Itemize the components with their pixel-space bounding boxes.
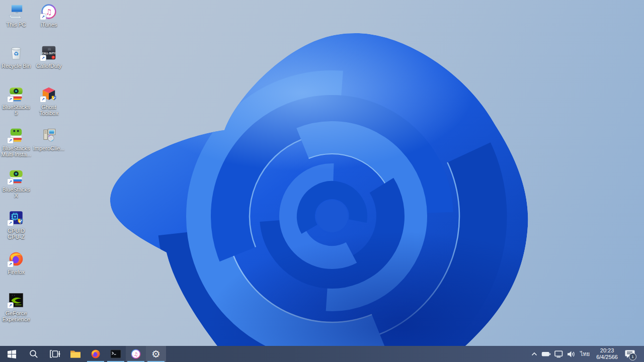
firefox-icon: ↗: [8, 250, 25, 267]
icon-label: CPUID CPU-Z: [0, 228, 32, 240]
bloom-wallpaper-art: [0, 0, 644, 362]
callofduty-icon: CALL·DUTY ↗: [40, 44, 57, 61]
desktop-icon-geforce-experience[interactable]: ↗ GeForceExperience: [0, 292, 32, 322]
icon-label: GhostToolbox: [31, 104, 66, 116]
language-indicator[interactable]: ไทย: [579, 349, 591, 358]
firefox-icon: [90, 348, 101, 359]
hidden-icons-chevron[interactable]: [531, 351, 538, 356]
network-icon[interactable]: [554, 350, 564, 358]
cpu-z-icon: ↗: [8, 209, 25, 226]
shortcut-arrow-icon: ↗: [7, 261, 14, 267]
desktop-icon-bluestacks-5[interactable]: ↗ BlueStacks 5: [0, 85, 32, 116]
volume-icon[interactable]: [567, 350, 576, 358]
desktop-icon-recycle-bin[interactable]: ♻ Recycle Bin: [0, 44, 32, 69]
taskbar-empty-area: [166, 346, 531, 362]
taskbar-file-explorer-button[interactable]: [65, 346, 86, 362]
bluestacks-x-icon: ↗: [8, 168, 25, 185]
desktop: This PC ♫ ↗ iTunes: [0, 0, 644, 362]
clock-date: 6/4/2566: [596, 354, 618, 360]
battery-icon[interactable]: [541, 350, 551, 357]
desktop-icon-bluestacks-x[interactable]: ↗ BlueStacks X: [0, 168, 32, 199]
search-icon: [29, 349, 38, 358]
desktop-icon-this-pc[interactable]: This PC: [0, 3, 32, 28]
taskbar-left-group: ♫ ⚙: [0, 346, 166, 362]
svg-text:♻: ♻: [14, 50, 19, 57]
this-pc-icon: [8, 3, 25, 20]
desktop-icon-grid: This PC ♫ ↗ iTunes: [0, 0, 70, 332]
wallpaper: [0, 0, 644, 362]
svg-text:♫: ♫: [45, 8, 52, 17]
shortcut-arrow-icon: ↗: [40, 14, 46, 20]
clock-time: 20:23: [596, 347, 618, 354]
icon-label: ImperoClie...: [31, 145, 66, 151]
windows-logo-icon: [8, 350, 16, 358]
terminal-icon: [110, 349, 121, 358]
notification-badge: 1: [629, 353, 636, 360]
icon-label: iTunes: [31, 22, 66, 28]
search-button[interactable]: [23, 346, 44, 362]
itunes-icon: ♫ ↗: [40, 3, 57, 20]
icon-label: BlueStacks X: [0, 187, 32, 199]
icon-label: Recycle Bin: [0, 63, 32, 69]
gear-icon: ⚙: [151, 349, 160, 359]
bluestacks-5-icon: ↗: [8, 85, 25, 103]
desktop-icon-callofduty[interactable]: CALL·DUTY ↗ CallofDuty: [31, 44, 66, 69]
desktop-icon-ghost-toolbox[interactable]: ↗ GhostToolbox: [31, 85, 66, 116]
bluestacks-multi-instance-icon: ↗: [8, 127, 25, 144]
shortcut-arrow-icon: ↗: [40, 96, 46, 103]
desktop-icon-bluestacks-multi-instance[interactable]: ↗ BlueStacksMulti-Insta...: [0, 127, 32, 157]
shortcut-arrow-icon: ↗: [7, 178, 14, 185]
desktop-icon-firefox[interactable]: ↗ Firefox: [0, 250, 32, 275]
desktop-icon-impero-client[interactable]: ImperoClie...: [31, 127, 66, 151]
icon-label: This PC: [0, 22, 32, 28]
icon-label: BlueStacksMulti-Insta...: [0, 145, 32, 157]
action-center-button[interactable]: 1: [623, 346, 636, 362]
ghost-toolbox-icon: ↗: [40, 85, 57, 103]
shortcut-arrow-icon: ↗: [7, 96, 14, 103]
system-tray: ไทย 20:23 6/4/2566 1: [531, 346, 644, 362]
icon-label: BlueStacks 5: [0, 104, 32, 116]
shortcut-arrow-icon: ↗: [7, 302, 14, 309]
icon-label: GeForceExperience: [0, 310, 32, 322]
recycle-bin-icon: ♻: [8, 44, 25, 61]
start-button[interactable]: [0, 346, 23, 362]
desktop-icon-itunes[interactable]: ♫ ↗ iTunes: [31, 3, 66, 28]
task-view-button[interactable]: [44, 346, 65, 362]
icon-label: CallofDuty: [31, 63, 66, 69]
taskbar-settings-button[interactable]: ⚙: [146, 346, 166, 362]
impero-client-installer-icon: [40, 127, 57, 144]
icon-label: Firefox: [0, 269, 32, 275]
shortcut-arrow-icon: ↗: [40, 55, 46, 61]
desktop-icon-cpuid-cpu-z[interactable]: ↗ CPUID CPU-Z: [0, 209, 32, 240]
taskbar-firefox-button[interactable]: [86, 346, 106, 362]
task-view-icon: [49, 350, 60, 358]
taskbar-command-prompt-button[interactable]: [106, 346, 126, 362]
file-explorer-icon: [70, 349, 81, 358]
taskbar-clock[interactable]: 20:23 6/4/2566: [594, 347, 620, 360]
itunes-icon: ♫: [130, 348, 141, 359]
shortcut-arrow-icon: ↗: [7, 137, 14, 144]
taskbar-itunes-button[interactable]: ♫: [126, 346, 146, 362]
taskbar: ♫ ⚙: [0, 346, 644, 362]
shortcut-arrow-icon: ↗: [7, 220, 14, 226]
geforce-experience-icon: ↗: [8, 292, 25, 309]
svg-text:♫: ♫: [134, 351, 138, 357]
